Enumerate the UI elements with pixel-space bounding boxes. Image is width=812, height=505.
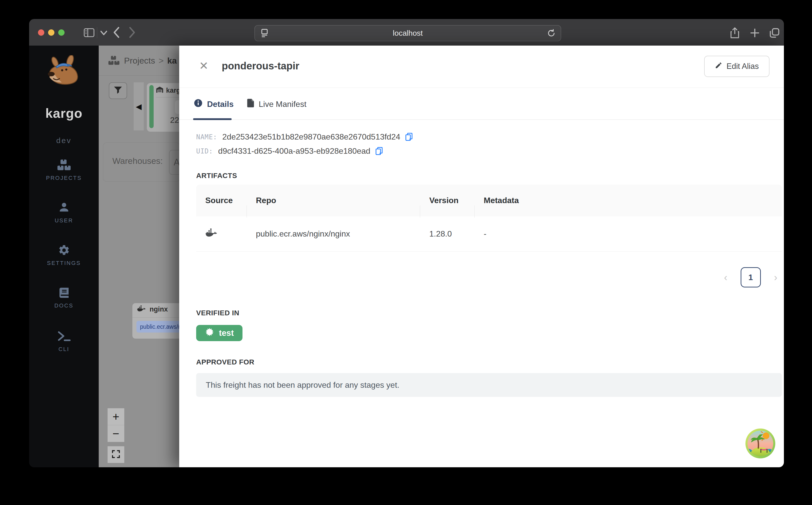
- zoom-out-button[interactable]: −: [107, 425, 124, 442]
- tab-overview-icon[interactable]: [769, 27, 780, 39]
- close-window-button[interactable]: [38, 29, 44, 36]
- edit-alias-button[interactable]: Edit Alias: [704, 56, 770, 77]
- node-repo-text: public.ecr.aws/nginx: [140, 323, 179, 330]
- book-icon: [58, 295, 70, 300]
- background-page: Projects > ka ◀ karg 22 Warehou: [99, 45, 179, 467]
- breadcrumb-projects-link[interactable]: Projects: [124, 56, 155, 65]
- sidebar-item-docs[interactable]: DOCS: [29, 287, 99, 309]
- sidebar-item-label: USER: [29, 217, 99, 224]
- approved-for-empty-state: This freight has not been approved for a…: [196, 373, 782, 397]
- docker-icon: [205, 230, 217, 239]
- desert-island-badge: [745, 428, 776, 459]
- edit-alias-label: Edit Alias: [727, 62, 759, 71]
- page-number-button[interactable]: 1: [741, 267, 761, 288]
- active-tab-indicator: [193, 118, 232, 120]
- tab-details[interactable]: Details: [194, 99, 234, 110]
- pencil-icon: [715, 61, 723, 71]
- freight-pill[interactable]: [175, 100, 179, 114]
- minimize-window-button[interactable]: [48, 29, 54, 36]
- next-page-icon[interactable]: ›: [774, 272, 777, 282]
- fullscreen-window-button[interactable]: [58, 29, 64, 36]
- browser-window: localhost: [29, 19, 784, 467]
- copy-icon[interactable]: [375, 147, 383, 156]
- toolbar-divider: [97, 27, 97, 38]
- sidebar-item-settings[interactable]: SETTINGS: [29, 244, 99, 267]
- browser-titlebar: localhost: [29, 19, 784, 46]
- freight-details-drawer: ✕ ponderous-tapir Edit Alias Details Liv…: [179, 45, 784, 467]
- minus-icon: −: [112, 427, 119, 441]
- warehouses-filter-select[interactable]: Al: [169, 150, 179, 175]
- sidebar-toggle-icon[interactable]: [84, 28, 94, 37]
- freight-alias-title: ponderous-tapir: [222, 60, 299, 72]
- version-cell: 1.28.0: [420, 229, 475, 238]
- kargo-wordmark: kargo: [29, 106, 99, 121]
- chevron-down-icon[interactable]: [100, 31, 107, 35]
- refresh-icon[interactable]: [547, 29, 556, 37]
- warehouse-icon: [156, 86, 164, 95]
- tab-live-manifest[interactable]: Live Manifest: [247, 99, 306, 110]
- card-divider: [132, 317, 179, 318]
- fit-view-button[interactable]: [107, 446, 124, 463]
- sidebar-item-label: PROJECTS: [29, 175, 99, 181]
- freight-name-value: 2de253423e51b1b82e9870ae638e2670d513fd24: [222, 132, 400, 142]
- column-header-source: Source: [196, 196, 247, 205]
- forward-button[interactable]: [128, 27, 136, 38]
- terminal-icon: [57, 339, 71, 343]
- stage-name: test: [219, 328, 234, 338]
- table-row[interactable]: public.ecr.aws/nginx/nginx 1.28.0 -: [196, 216, 782, 252]
- sidebar-item-user[interactable]: USER: [29, 202, 99, 224]
- repo-cell: public.ecr.aws/nginx/nginx: [247, 229, 420, 238]
- file-icon: [247, 99, 254, 110]
- zoom-in-button[interactable]: +: [107, 408, 124, 425]
- metadata-cell: -: [475, 229, 782, 238]
- table-pagination: ‹ 1 ›: [196, 268, 782, 287]
- column-header-version: Version: [420, 196, 475, 205]
- copy-icon[interactable]: [405, 133, 413, 141]
- sidebar-item-cli[interactable]: CLI: [29, 330, 99, 353]
- reader-icon[interactable]: [260, 29, 269, 37]
- address-text[interactable]: localhost: [269, 29, 547, 37]
- tab-label: Details: [207, 100, 234, 109]
- source-cell: [196, 228, 247, 240]
- sidebar-item-projects[interactable]: PROJECTS: [29, 159, 99, 181]
- freight-uid-row: UID: d9cf4331-d625-400a-a953-eb928e180ea…: [196, 146, 383, 156]
- column-header-metadata: Metadata: [475, 196, 782, 205]
- node-repo-pill[interactable]: public.ecr.aws/nginx: [137, 321, 179, 333]
- back-button[interactable]: [112, 27, 120, 38]
- share-icon[interactable]: [730, 27, 740, 39]
- freight-count: 22: [170, 116, 179, 125]
- new-tab-icon[interactable]: [750, 28, 760, 38]
- node-title: nginx: [150, 305, 168, 313]
- app-sidebar: kargo dev PROJECTS USER SETTINGS: [29, 45, 99, 467]
- warehouse-name: karg: [166, 87, 179, 95]
- warehouses-label: Warehouses:: [112, 156, 163, 166]
- stage-status-bar: [149, 85, 154, 128]
- card-divider: [156, 97, 179, 98]
- approved-for-message: This freight has not been approved for a…: [206, 380, 399, 390]
- column-header-repo: Repo: [247, 196, 420, 205]
- close-icon[interactable]: ✕: [195, 57, 213, 74]
- fullscreen-icon: [111, 448, 120, 462]
- sidebar-item-label: CLI: [29, 346, 99, 353]
- environment-label: dev: [29, 136, 99, 145]
- collapse-panel-handle[interactable]: ◀: [133, 82, 144, 131]
- breadcrumb-current-project[interactable]: ka: [167, 56, 177, 65]
- breadcrumb-separator: >: [159, 56, 164, 65]
- freight-uid-value: d9cf4331-d625-400a-a953-eb928e180ead: [218, 146, 370, 156]
- nginx-stage-node[interactable]: nginx public.ecr.aws/nginx: [132, 303, 179, 339]
- breadcrumb: Projects > ka: [99, 45, 179, 76]
- artifacts-table: Source Repo Version Metadata public.ecr.…: [196, 185, 782, 252]
- warehouse-pipeline-card[interactable]: karg 22: [147, 83, 179, 132]
- previous-page-icon[interactable]: ‹: [724, 272, 727, 282]
- address-bar[interactable]: localhost: [254, 25, 561, 41]
- boxes-icon: [108, 55, 119, 65]
- plus-icon: +: [112, 410, 119, 424]
- filter-button[interactable]: [109, 82, 127, 99]
- user-icon: [58, 210, 70, 214]
- collapse-left-icon: ◀: [136, 102, 142, 111]
- sidebar-item-label: DOCS: [29, 302, 99, 309]
- kargo-mascot-logo: [29, 55, 99, 88]
- table-header-row: Source Repo Version Metadata: [196, 185, 782, 216]
- verified-stage-badge[interactable]: test: [196, 325, 243, 341]
- freight-name-row: NAME: 2de253423e51b1b82e9870ae638e2670d5…: [196, 132, 413, 142]
